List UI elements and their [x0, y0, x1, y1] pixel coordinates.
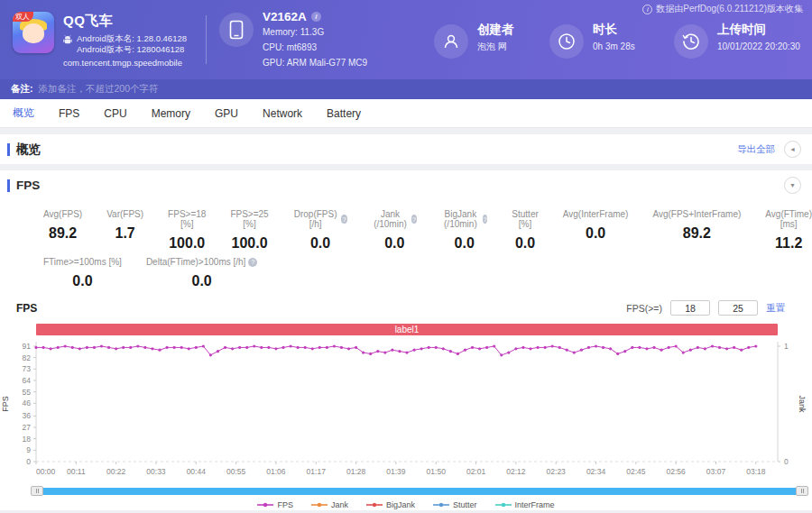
metric-value: 1.7	[106, 225, 143, 242]
fps-section-header: FPS ▼	[0, 170, 812, 200]
threshold-input-1[interactable]	[670, 300, 710, 316]
upload-label: 上传时间	[717, 22, 800, 38]
metric-label: BigJank (/10min)?	[441, 209, 487, 229]
device-cpu: CPU: mt6893	[263, 41, 367, 54]
history-clock-icon	[674, 24, 708, 59]
legend-label: InterFrame	[515, 500, 555, 509]
duration-block: 时长 0h 3m 28s	[549, 22, 674, 59]
tab-bar: 概览FPSCPUMemoryGPUNetworkBattery	[0, 99, 812, 128]
metric-label: Var(FPS)	[106, 209, 143, 219]
tab-CPU[interactable]: CPU	[104, 107, 126, 120]
fps-metrics-row-2: FTime>=100ms [%]0.0Delta(FTime)>100ms [/…	[0, 252, 812, 289]
collapse-down-button[interactable]: ▼	[784, 177, 801, 194]
svg-text:00:44: 00:44	[187, 467, 207, 476]
svg-text:73: 73	[23, 364, 32, 373]
chart-scrollbar[interactable]	[31, 486, 808, 496]
app-icon: 双人	[13, 12, 54, 53]
metric: Avg(FPS)89.2	[43, 209, 82, 252]
tab-Battery[interactable]: Battery	[327, 107, 361, 120]
fps-chart[interactable]: 091827364655647382910100:0000:1100:2200:…	[0, 335, 812, 480]
legend-item-InterFrame[interactable]: InterFrame	[495, 500, 555, 509]
metric-value: 0.0	[441, 235, 487, 252]
device-memory: Memory: 11.3G	[263, 26, 367, 39]
reset-link[interactable]: 重置	[766, 302, 785, 315]
info-icon: i	[642, 5, 652, 14]
svg-text:91: 91	[23, 342, 32, 351]
svg-text:01:06: 01:06	[266, 467, 286, 476]
metric: Avg(InterFrame)0.0	[563, 209, 629, 252]
metric: Delta(FTime)>100ms [/h]?0.0	[146, 257, 258, 289]
help-icon[interactable]: ?	[411, 215, 418, 224]
metric-value: 0.0	[43, 273, 122, 289]
svg-text:01:50: 01:50	[427, 467, 447, 476]
svg-text:03:07: 03:07	[706, 467, 726, 476]
svg-text:FPS: FPS	[1, 396, 10, 412]
overview-section-header: 概览 导出全部 ◄	[0, 134, 812, 164]
metric-label: Stutter [%]	[512, 209, 538, 229]
chevron-down-icon: ▼	[789, 182, 796, 188]
scrollbar-right-handle[interactable]	[796, 486, 808, 496]
legend-label: Stutter	[453, 500, 477, 509]
tab-概览[interactable]: 概览	[13, 105, 34, 121]
creator-value: 泡泡 网	[477, 41, 514, 53]
legend-item-FPS[interactable]: FPS	[257, 500, 293, 509]
notes-bar[interactable]: 备注: 添加备注，不超过200个字符	[0, 79, 812, 99]
svg-text:82: 82	[23, 353, 32, 362]
device-info-icon[interactable]: i	[311, 12, 321, 22]
scrollbar-track[interactable]	[38, 488, 801, 495]
section-accent-bar	[7, 143, 10, 156]
tab-Network[interactable]: Network	[263, 107, 302, 120]
metric-value: 89.2	[43, 225, 82, 242]
collect-note-text: 数据由PerfDog(6.0.211212)版本收集	[656, 3, 803, 15]
threshold-input-2[interactable]	[718, 300, 758, 316]
svg-text:02:34: 02:34	[586, 467, 606, 476]
metric-label: Delta(FTime)>100ms [/h]?	[146, 257, 258, 267]
scrollbar-left-handle[interactable]	[31, 486, 43, 496]
duration-value: 0h 3m 28s	[593, 41, 635, 53]
legend-item-BigJank[interactable]: BigJank	[366, 500, 415, 509]
app-block: 双人 QQ飞车 Android版本名: 1.28.0.46128 Android…	[13, 12, 204, 68]
help-icon[interactable]: ?	[483, 215, 488, 224]
help-icon[interactable]: ?	[341, 215, 348, 224]
metric-label: Avg(FTime) [ms]	[765, 209, 812, 229]
creator-block: 创建者 泡泡 网	[434, 22, 549, 59]
svg-text:00:33: 00:33	[146, 467, 166, 476]
metric-value: 0.0	[293, 235, 348, 252]
metric: Drop(FPS) [/h]?0.0	[293, 209, 348, 252]
header: i 数据由PerfDog(6.0.211212)版本收集 双人 QQ飞车 A	[0, 0, 812, 79]
metric-value: 0.0	[146, 273, 258, 289]
svg-text:02:01: 02:01	[466, 467, 486, 476]
legend-label: Jank	[331, 500, 348, 509]
tab-FPS[interactable]: FPS	[59, 107, 79, 120]
svg-text:02:45: 02:45	[626, 467, 646, 476]
collapse-left-button[interactable]: ◄	[784, 141, 801, 158]
legend-item-Stutter[interactable]: Stutter	[433, 500, 477, 509]
fps-metrics-row-1: Avg(FPS)89.2Var(FPS)1.7FPS>=18 [%]100.0F…	[0, 200, 812, 252]
svg-text:64: 64	[23, 376, 32, 385]
device-gpu: GPU: ARM Mali-G77 MC9	[263, 57, 367, 69]
svg-text:01:28: 01:28	[346, 467, 366, 476]
tab-GPU[interactable]: GPU	[215, 107, 238, 120]
metric: Var(FPS)1.7	[106, 209, 143, 252]
svg-text:55: 55	[23, 388, 32, 397]
svg-text:36: 36	[23, 411, 32, 420]
phone-icon	[219, 13, 254, 47]
metric: Stutter [%]0.0	[512, 209, 538, 252]
fps-panel: FPS ▼ Avg(FPS)89.2Var(FPS)1.7FPS>=18 [%]…	[0, 170, 812, 510]
notes-placeholder: 添加备注，不超过200个字符	[39, 83, 159, 96]
legend-marker	[311, 501, 328, 508]
tab-Memory[interactable]: Memory	[152, 107, 190, 120]
section-accent-bar	[7, 179, 10, 192]
help-icon[interactable]: ?	[248, 258, 257, 267]
svg-text:0: 0	[26, 457, 31, 466]
notes-label: 备注:	[11, 83, 33, 96]
legend-marker	[433, 501, 449, 508]
chart-title: FPS	[16, 302, 37, 315]
svg-text:03:18: 03:18	[746, 467, 766, 476]
app-package: com.tencent.tmgp.speedmobile	[63, 58, 187, 68]
metric: Avg(FTime) [ms]11.2	[765, 209, 812, 252]
metric-label: FPS>=25 [%]	[230, 209, 268, 229]
export-all-link[interactable]: 导出全部	[737, 143, 775, 156]
metric: FPS>=18 [%]100.0	[168, 209, 206, 252]
legend-item-Jank[interactable]: Jank	[311, 500, 348, 509]
